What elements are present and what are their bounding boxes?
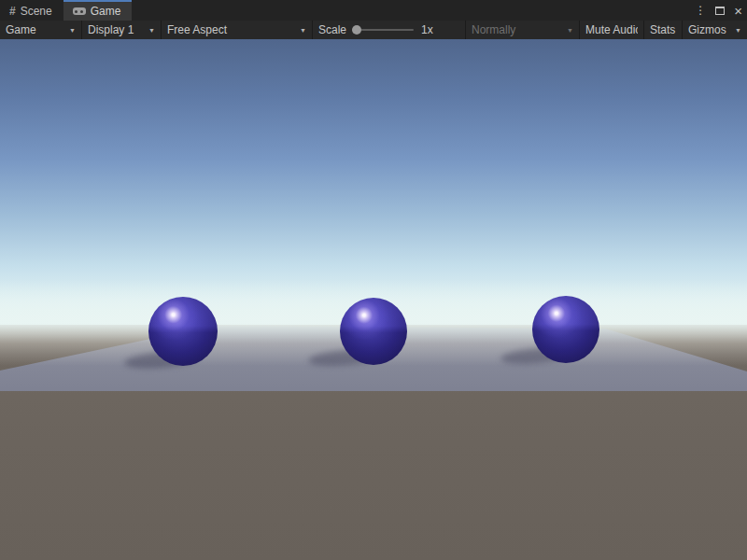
mute-audio-button[interactable]: Mute Audio <box>580 21 644 39</box>
display-dropdown[interactable]: Display 1 ▼ <box>82 21 162 39</box>
sphere <box>148 297 218 366</box>
sphere <box>340 298 407 365</box>
scale-label: Scale <box>318 23 346 36</box>
chevron-down-icon: ▼ <box>300 27 306 34</box>
scale-slider-thumb[interactable] <box>352 25 361 35</box>
gamepad-icon <box>73 7 86 15</box>
gizmos-label: Gizmos <box>688 23 729 36</box>
mute-audio-label: Mute Audio <box>585 23 638 36</box>
tab-game-label: Game <box>91 5 121 18</box>
chevron-down-icon: ▼ <box>567 27 573 34</box>
scale-control: Scale 1x <box>313 21 466 39</box>
game-view-toolbar: Game ▼ Display 1 ▼ Free Aspect ▼ Scale 1… <box>0 21 747 39</box>
tab-bar: # Scene Game ⋮ × <box>0 0 747 21</box>
tab-scene-label: Scene <box>21 5 52 18</box>
sphere <box>532 296 599 363</box>
play-mode-dropdown[interactable]: Normally ▼ <box>466 21 580 39</box>
chevron-down-icon: ▼ <box>735 27 741 34</box>
game-viewport[interactable] <box>0 39 747 560</box>
grid-icon: # <box>9 5 16 18</box>
chevron-down-icon: ▼ <box>69 27 76 34</box>
sky <box>0 39 747 325</box>
chevron-down-icon: ▼ <box>148 27 155 34</box>
kebab-menu-icon[interactable]: ⋮ <box>695 5 706 16</box>
close-icon[interactable]: × <box>734 4 742 18</box>
maximize-icon[interactable] <box>715 7 725 15</box>
aspect-ratio-dropdown[interactable]: Free Aspect ▼ <box>162 21 313 39</box>
stats-button[interactable]: Stats <box>644 21 683 39</box>
tab-scene[interactable]: # Scene <box>0 0 63 21</box>
play-mode-label: Normally <box>472 23 561 36</box>
gizmos-dropdown[interactable]: Gizmos ▼ <box>683 21 747 39</box>
display-label: Display 1 <box>88 23 143 36</box>
unity-game-window: # Scene Game ⋮ × Game ▼ Display 1 ▼ Free… <box>0 0 747 560</box>
stats-label: Stats <box>650 23 676 36</box>
scale-value: 1x <box>421 23 433 36</box>
scale-slider[interactable] <box>352 29 414 31</box>
tab-game[interactable]: Game <box>63 0 133 21</box>
game-mode-dropdown[interactable]: Game ▼ <box>0 21 82 39</box>
aspect-label: Free Aspect <box>167 23 294 36</box>
game-mode-label: Game <box>6 23 63 36</box>
window-controls: ⋮ × <box>695 0 742 21</box>
